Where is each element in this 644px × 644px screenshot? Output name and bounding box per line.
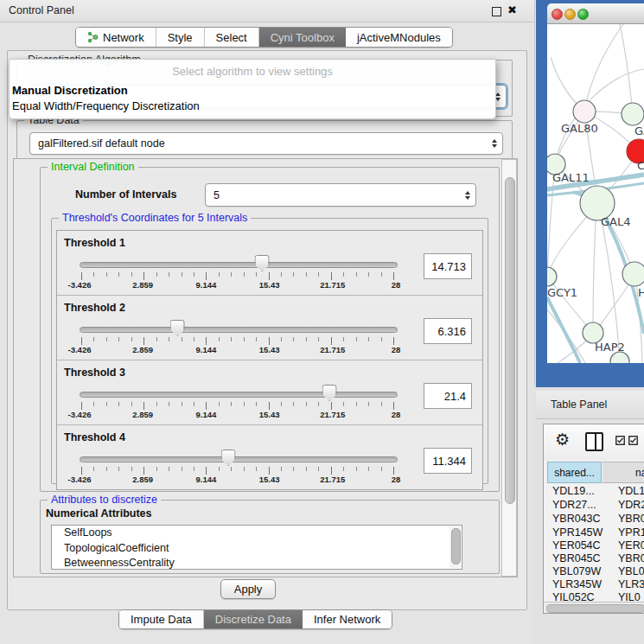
slider-thumb[interactable]: [322, 385, 337, 401]
slider-track[interactable]: [80, 456, 398, 462]
threshold-slider[interactable]: -3.426 2.859 9.144 15.43 21.715 28: [80, 253, 396, 291]
close-traffic-light[interactable]: [552, 9, 563, 20]
node-label: HAP2: [595, 341, 625, 354]
minimize-traffic-light[interactable]: [564, 9, 576, 20]
cell[interactable]: YLR345W: [552, 578, 602, 590]
cell[interactable]: YDL19...: [552, 485, 595, 497]
node-gcy1[interactable]: [547, 267, 557, 286]
combo-stepper-icon: [487, 139, 502, 148]
threshold-row: Threshold 2 -3.426 2.859 9.144: [57, 296, 482, 360]
table-row[interactable]: YBR045CYBR0: [547, 552, 644, 566]
slider-major-ticks: [81, 467, 394, 475]
table-row[interactable]: YBR043CYBR0: [547, 513, 644, 526]
cell[interactable]: YBR045C: [552, 552, 601, 564]
cell[interactable]: YDL1: [618, 485, 644, 497]
threshold-value-field[interactable]: 14.713: [424, 253, 472, 279]
tab-impute-data[interactable]: Impute Data: [119, 610, 204, 628]
network-canvas[interactable]: GAL80 GA C GAL11 GAL4 GCY1 H HAP2: [547, 24, 644, 363]
panel-scrollbar[interactable]: [501, 159, 517, 577]
table-row[interactable]: YBL079WYBL0: [547, 565, 644, 579]
cell[interactable]: YBR0: [618, 513, 644, 525]
tick-label: 21.715: [320, 280, 345, 290]
cell[interactable]: YLR3: [618, 578, 644, 590]
zoom-traffic-light[interactable]: [577, 9, 589, 20]
cell[interactable]: YBL079W: [552, 565, 601, 577]
tick-label: 9.144: [196, 410, 217, 419]
slider-track[interactable]: [80, 327, 398, 333]
tab-style[interactable]: Style: [156, 28, 205, 47]
slider-thumb[interactable]: [170, 320, 185, 336]
num-intervals-combobox[interactable]: 5: [205, 183, 476, 207]
table-row[interactable]: YPR145WYPR1: [547, 526, 644, 540]
tab-select[interactable]: Select: [205, 28, 259, 47]
threshold-slider[interactable]: -3.426 2.859 9.144 15.43 21.715 28: [80, 383, 396, 421]
table-horizontal-scrollbar[interactable]: [544, 602, 644, 613]
tab-jactivemnodules[interactable]: jActiveMNodules: [346, 28, 452, 47]
table-row[interactable]: YIL052CYIL0: [547, 591, 644, 601]
cell[interactable]: YPR145W: [552, 526, 603, 539]
numerical-attributes-list[interactable]: SelfLoops TopologicalCoefficient Between…: [51, 525, 462, 570]
cell[interactable]: YER0: [618, 539, 644, 552]
node-right-low[interactable]: [622, 262, 644, 286]
cell[interactable]: YIL0: [618, 591, 641, 601]
threshold-slider[interactable]: -3.426 2.859 9.144 15.43 21.715 28: [80, 318, 396, 356]
control-panel-window: Control Panel ✖ Network Style Select Cyn…: [0, 0, 535, 644]
cell[interactable]: YIL052C: [552, 591, 595, 601]
tick-label: 28: [392, 345, 401, 354]
threshold-value-field[interactable]: 6.316: [424, 318, 472, 344]
tab-discretize-data[interactable]: Discretize Data: [204, 610, 303, 628]
apply-button[interactable]: Apply: [220, 579, 276, 599]
network-window-titlebar[interactable]: [547, 3, 644, 24]
scrollbar-thumb[interactable]: [505, 177, 515, 504]
cell[interactable]: YDR2: [618, 499, 644, 511]
list-scrollbar[interactable]: [450, 526, 461, 568]
table-data-group: Table Data galFiltered.sif default node: [16, 120, 513, 160]
dropdown-item-placeholder[interactable]: Select algorithm to view settings: [10, 60, 495, 83]
cell[interactable]: YPR1: [618, 526, 644, 539]
dropdown-item-manual-discretization[interactable]: Manual Discretization: [10, 83, 495, 99]
checkbox-icon[interactable]: [628, 436, 638, 445]
column-header-name[interactable]: na: [603, 462, 644, 483]
float-window-icon[interactable]: [492, 7, 501, 16]
checkbox-icon[interactable]: [615, 436, 625, 445]
dropdown-item-equal-width-frequency[interactable]: Equal Width/Frequency Discretization: [10, 99, 495, 114]
table-panel: ⚙ shared... na YDL19...YDL1 YDR27...YDR2…: [543, 424, 644, 614]
slider-track[interactable]: [80, 262, 398, 268]
tick-label: 28: [392, 280, 401, 290]
tab-cyni-toolbox[interactable]: Cyni Toolbox: [259, 28, 346, 47]
combo-value: 5: [206, 189, 460, 201]
threshold-value-field[interactable]: 21.4: [424, 383, 472, 409]
table-row[interactable]: YDL19...YDL1: [547, 485, 644, 499]
node-top-right[interactable]: [622, 103, 644, 125]
gear-icon[interactable]: ⚙: [555, 430, 570, 450]
column-header-shared-name[interactable]: shared...: [547, 462, 602, 483]
cell[interactable]: YBL0: [618, 565, 644, 577]
slider-major-ticks: [81, 272, 394, 280]
threshold-value-field[interactable]: 11.344: [424, 448, 472, 474]
list-item[interactable]: SelfLoops: [52, 526, 462, 541]
list-item[interactable]: TopologicalCoefficient: [52, 541, 462, 557]
column-selector-icon[interactable]: [585, 432, 603, 451]
cell[interactable]: YBR043C: [552, 513, 601, 525]
table-row[interactable]: YER054CYER0: [547, 539, 644, 553]
slider-thumb[interactable]: [255, 255, 270, 271]
cell[interactable]: YER054C: [552, 539, 601, 552]
control-panel-tabs: Network Style Select Cyni Toolbox jActiv…: [75, 27, 453, 48]
tab-label: Network: [103, 31, 144, 44]
tab-network[interactable]: Network: [76, 28, 156, 47]
tab-infer-network[interactable]: Infer Network: [303, 610, 392, 628]
cell[interactable]: YDR27...: [552, 499, 596, 511]
threshold-slider[interactable]: -3.426 2.859 9.144 15.43 21.715 28: [80, 448, 396, 486]
node-gal80[interactable]: [573, 100, 596, 123]
cell[interactable]: YBR0: [618, 552, 644, 564]
network-view-window[interactable]: GAL80 GA C GAL11 GAL4 GCY1 H HAP2: [547, 3, 644, 363]
close-icon[interactable]: ✖: [507, 3, 517, 16]
table-data-combobox[interactable]: galFiltered.sif default node: [29, 132, 503, 155]
scrollbar-thumb[interactable]: [546, 604, 644, 613]
slider-thumb[interactable]: [221, 450, 236, 466]
slider-track[interactable]: [80, 392, 398, 398]
table-row[interactable]: YDR27...YDR2: [547, 499, 644, 513]
tick-label: 15.43: [259, 280, 280, 290]
table-row[interactable]: YLR345WYLR3: [547, 578, 644, 592]
list-item[interactable]: BetweennessCentrality: [52, 556, 462, 570]
